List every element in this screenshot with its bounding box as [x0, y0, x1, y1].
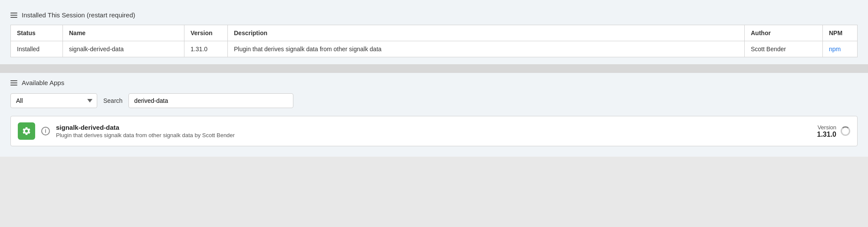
info-letter: i: [45, 128, 46, 134]
col-header-description: Description: [228, 25, 745, 41]
plugin-settings-button[interactable]: [18, 122, 35, 140]
plugin-card: i signalk-derived-data Plugin that deriv…: [10, 116, 858, 146]
cell-npm[interactable]: npm: [823, 41, 858, 57]
col-header-npm: NPM: [823, 25, 858, 41]
available-title: Available Apps: [22, 79, 64, 86]
cell-name: signalk-derived-data: [63, 41, 184, 57]
table-row: Installed signalk-derived-data 1.31.0 Pl…: [11, 41, 858, 57]
installed-section: Installed This Session (restart required…: [0, 0, 868, 64]
installed-title: Installed This Session (restart required…: [22, 11, 135, 19]
installed-header: Installed This Session (restart required…: [10, 7, 858, 25]
filter-select[interactable]: All Plugins Apps: [10, 93, 97, 108]
divider: [0, 64, 868, 73]
installed-table-wrapper: Status Name Version Description Author N…: [10, 25, 858, 64]
available-header: Available Apps: [10, 73, 858, 93]
filter-row: All Plugins Apps Search: [10, 93, 858, 108]
available-hamburger-icon[interactable]: [10, 80, 17, 86]
cell-version: 1.31.0: [184, 41, 228, 57]
plugin-version-area: Version 1.31.0: [817, 124, 850, 138]
hamburger-icon[interactable]: [10, 13, 17, 18]
plugin-details: signalk-derived-data Plugin that derives…: [56, 124, 811, 138]
version-info: Version 1.31.0: [817, 124, 836, 138]
npm-link[interactable]: npm: [829, 46, 841, 53]
installed-table: Status Name Version Description Author N…: [10, 25, 858, 57]
version-label: Version: [817, 124, 836, 131]
loading-spinner: [841, 126, 850, 136]
plugin-name: signalk-derived-data: [56, 124, 811, 131]
gear-icon: [22, 126, 31, 136]
version-number: 1.31.0: [817, 131, 836, 138]
plugin-description: Plugin that derives signalk data from ot…: [56, 132, 811, 138]
col-header-name: Name: [63, 25, 184, 41]
available-section: Available Apps All Plugins Apps Search i…: [0, 73, 868, 157]
cell-description: Plugin that derives signalk data from ot…: [228, 41, 745, 57]
search-input[interactable]: [128, 93, 293, 108]
col-header-status: Status: [11, 25, 63, 41]
cell-status: Installed: [11, 41, 63, 57]
col-header-version: Version: [184, 25, 228, 41]
col-header-author: Author: [745, 25, 823, 41]
cell-author: Scott Bender: [745, 41, 823, 57]
search-label: Search: [103, 97, 122, 104]
info-icon[interactable]: i: [41, 127, 50, 135]
